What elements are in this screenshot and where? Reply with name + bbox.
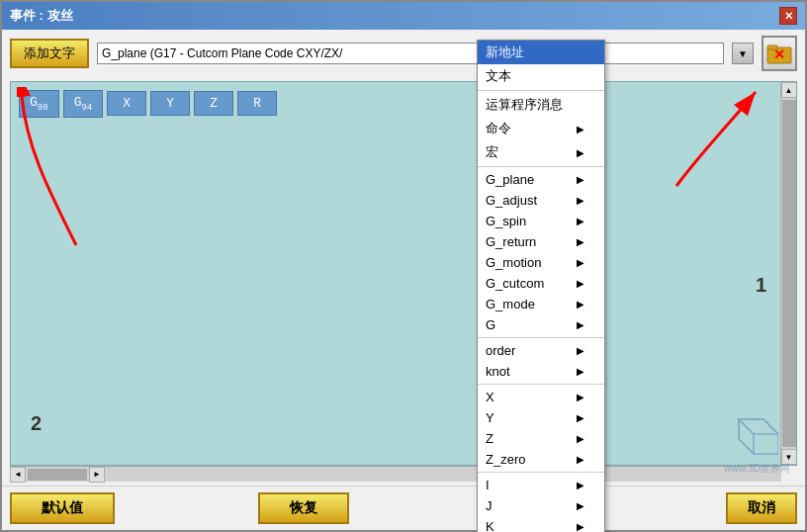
menu-item-gcutcom[interactable]: G_cutcom▶ xyxy=(478,273,604,294)
label-1: 1 xyxy=(756,274,766,297)
menu-item-y[interactable]: Y▶ xyxy=(478,407,604,428)
menu-item-gspin[interactable]: G_spin▶ xyxy=(478,211,604,231)
menu-item-x[interactable]: X▶ xyxy=(478,387,604,407)
scrollbar-bottom[interactable]: ◄ ► xyxy=(10,466,781,482)
menu-item-k[interactable]: K▶ xyxy=(478,516,604,532)
submenu-arrow-icon: ▶ xyxy=(577,299,584,310)
menu-separator xyxy=(478,90,604,91)
window-title: 事件 : 攻丝 xyxy=(10,7,73,25)
add-text-button[interactable]: 添加文字 xyxy=(10,39,89,68)
menu-item-i[interactable]: I▶ xyxy=(478,475,604,495)
tokens-row: G98 G94 X Y Z R xyxy=(11,82,796,126)
submenu-arrow-icon: ▶ xyxy=(577,480,584,490)
submenu-arrow-icon: ▶ xyxy=(577,366,584,377)
menu-item-[interactable]: 文本 xyxy=(478,64,604,88)
submenu-arrow-icon: ▶ xyxy=(577,521,584,532)
token-g98[interactable]: G98 xyxy=(19,90,59,118)
submenu-arrow-icon: ▶ xyxy=(577,124,584,134)
menu-item-j[interactable]: J▶ xyxy=(478,495,604,516)
clear-button[interactable]: ✕ xyxy=(762,36,797,71)
submenu-arrow-icon: ▶ xyxy=(577,278,584,289)
submenu-arrow-icon: ▶ xyxy=(577,345,584,356)
titlebar: 事件 : 攻丝 ✕ xyxy=(2,2,805,30)
submenu-arrow-icon: ▶ xyxy=(577,236,584,247)
menu-item-[interactable]: 运算程序消息 xyxy=(478,93,604,117)
menu-item-zzero[interactable]: Z_zero▶ xyxy=(478,449,604,470)
menu-separator xyxy=(478,384,604,385)
scroll-left-button[interactable]: ◄ xyxy=(10,467,26,483)
scrollbar-right[interactable]: ▲ ▼ xyxy=(780,82,796,465)
token-r[interactable]: R xyxy=(237,91,277,116)
svg-text:✕: ✕ xyxy=(773,46,785,62)
toolbar: 添加文字 ▼ ✕ xyxy=(2,30,805,77)
submenu-arrow-icon: ▶ xyxy=(577,147,584,158)
token-z[interactable]: Z xyxy=(194,91,233,116)
label-2: 2 xyxy=(31,412,42,435)
submenu-arrow-icon: ▶ xyxy=(577,195,584,206)
code-area: G98 G94 X Y Z R 2 1 ▲ ▼ xyxy=(10,81,797,466)
menu-separator xyxy=(478,337,604,338)
context-menu: 新地址文本运算程序消息命令▶宏▶G_plane▶G_adjust▶G_spin▶… xyxy=(477,40,605,532)
submenu-arrow-icon: ▶ xyxy=(577,257,584,268)
close-button[interactable]: ✕ xyxy=(779,7,797,25)
submenu-arrow-icon: ▶ xyxy=(577,174,584,185)
dropdown-button[interactable]: ▼ xyxy=(732,43,754,64)
token-y[interactable]: Y xyxy=(150,91,190,116)
menu-item-[interactable]: 命令▶ xyxy=(478,117,604,140)
menu-item-gadjust[interactable]: G_adjust▶ xyxy=(478,190,604,211)
scroll-up-button[interactable]: ▲ xyxy=(781,82,797,98)
menu-item-gplane[interactable]: G_plane▶ xyxy=(478,169,604,190)
submenu-arrow-icon: ▶ xyxy=(577,500,584,511)
menu-item-gmode[interactable]: G_mode▶ xyxy=(478,294,604,314)
menu-item-gmotion[interactable]: G_motion▶ xyxy=(478,252,604,273)
menu-item-z[interactable]: Z▶ xyxy=(478,428,604,449)
submenu-arrow-icon: ▶ xyxy=(577,412,584,423)
scroll-right-button[interactable]: ► xyxy=(89,467,105,483)
submenu-arrow-icon: ▶ xyxy=(577,319,584,330)
token-x[interactable]: X xyxy=(107,91,146,116)
main-content: G98 G94 X Y Z R 2 1 ▲ ▼ ◄ ► xyxy=(2,77,805,486)
menu-item-greturn[interactable]: G_return▶ xyxy=(478,231,604,252)
scroll-down-button[interactable]: ▼ xyxy=(781,449,797,465)
default-button[interactable]: 默认值 xyxy=(10,492,115,524)
scroll-horizontal-thumb[interactable] xyxy=(28,469,87,481)
cancel-button[interactable]: 取消 xyxy=(726,492,797,524)
submenu-arrow-icon: ▶ xyxy=(577,392,584,402)
submenu-arrow-icon: ▶ xyxy=(577,216,584,226)
folder-icon: ✕ xyxy=(765,40,793,67)
menu-item-g[interactable]: G▶ xyxy=(478,314,604,335)
code-input[interactable] xyxy=(97,43,724,64)
scroll-thumb[interactable] xyxy=(782,100,796,447)
menu-item-[interactable]: 新地址 xyxy=(478,41,604,64)
menu-separator xyxy=(478,166,604,167)
token-g94[interactable]: G94 xyxy=(63,90,104,118)
menu-item-knot[interactable]: knot▶ xyxy=(478,361,604,382)
restore-button[interactable]: 恢复 xyxy=(258,492,349,524)
main-window: 事件 : 攻丝 ✕ 添加文字 ▼ ✕ G98 G94 X xyxy=(0,0,807,532)
menu-item-[interactable]: 宏▶ xyxy=(478,140,604,164)
submenu-arrow-icon: ▶ xyxy=(577,454,584,465)
bottom-bar: 默认值 恢复 应用 取消 xyxy=(2,486,805,530)
menu-item-order[interactable]: order▶ xyxy=(478,340,604,361)
menu-separator xyxy=(478,472,604,473)
submenu-arrow-icon: ▶ xyxy=(577,433,584,444)
